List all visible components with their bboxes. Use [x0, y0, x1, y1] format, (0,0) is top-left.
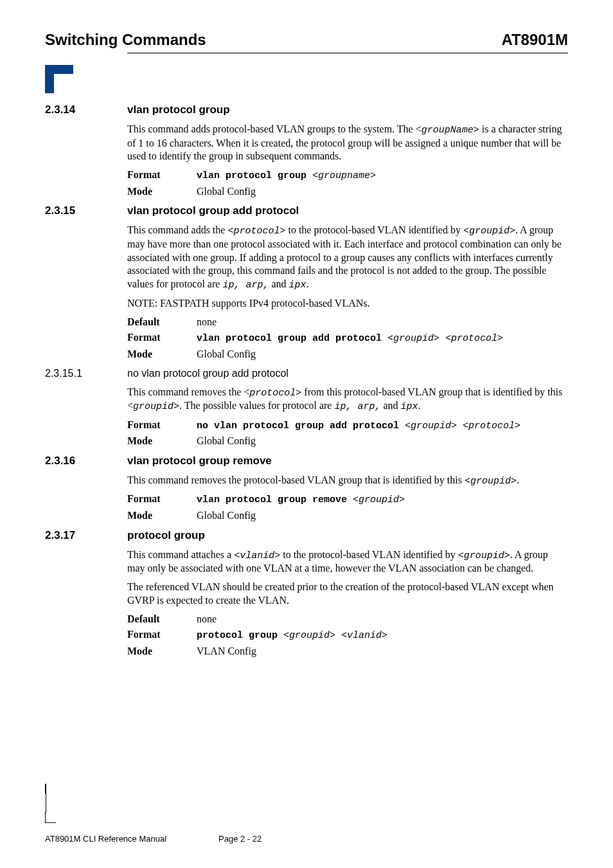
paragraph: The referenced VLAN should be created pr… — [127, 581, 568, 608]
field-value: no vlan protocol group add protocol <gro… — [197, 419, 568, 433]
field-row: ModeVLAN Config — [127, 645, 568, 658]
field-row: Formatno vlan protocol group add protoco… — [127, 419, 568, 433]
field-value: Global Config — [197, 509, 568, 523]
field-row: Defaultnone — [127, 316, 568, 329]
field-value: none — [197, 613, 568, 626]
field-value: VLAN Config — [197, 645, 568, 658]
field-label: Format — [127, 331, 197, 345]
field-label: Format — [127, 419, 197, 433]
section-body: This command removes the protocol-based … — [127, 474, 568, 523]
section-heading: 2.3.15vlan protocol group add protocol — [45, 204, 568, 217]
section-title: vlan protocol group remove — [127, 455, 272, 467]
section-heading: 2.3.17protocol group — [45, 529, 568, 542]
field-label: Format — [127, 628, 197, 642]
section-title: protocol group — [127, 529, 205, 542]
section-heading: 2.3.16vlan protocol group remove — [45, 455, 568, 467]
footer-left: AT8901M CLI Reference Manual — [45, 834, 218, 844]
field-row: Formatvlan protocol group <groupname> — [127, 168, 568, 183]
paragraph: This command adds protocol-based VLAN gr… — [127, 123, 568, 163]
field-label: Format — [127, 493, 197, 507]
section-heading: 2.3.15.1no vlan protocol group add proto… — [45, 368, 568, 379]
field-row: Formatvlan protocol group add protocol <… — [127, 331, 568, 345]
section-title: vlan protocol group add protocol — [127, 204, 299, 217]
svg-rect-0 — [45, 65, 73, 74]
paragraph: This command removes the protocol-based … — [127, 474, 568, 488]
note: NOTE: FASTPATH supports IPv4 protocol-ba… — [127, 297, 568, 311]
page-content: 2.3.14vlan protocol groupThis command ad… — [45, 104, 568, 658]
section-title: no vlan protocol group add protocol — [127, 368, 289, 379]
field-value: Global Config — [197, 348, 568, 361]
paragraph: This command attaches a <vlanid> to the … — [127, 548, 568, 575]
section-number: 2.3.17 — [45, 529, 127, 542]
field-value: Global Config — [197, 435, 568, 448]
crop-mark — [45, 812, 56, 823]
field-label: Mode — [127, 645, 197, 658]
crop-mark — [45, 784, 56, 794]
section-body: This command attaches a <vlanid> to the … — [127, 548, 568, 658]
section-number: 2.3.15 — [45, 204, 127, 217]
section-body: This command adds protocol-based VLAN gr… — [127, 123, 568, 198]
svg-rect-1 — [45, 74, 54, 93]
field-value: protocol group <groupid> <vlanid> — [197, 628, 568, 642]
section-number: 2.3.16 — [45, 455, 127, 467]
header-right: AT8901M — [501, 31, 568, 49]
footer-right: Page 2 - 22 — [218, 834, 262, 844]
field-label: Mode — [127, 435, 197, 448]
field-value: none — [197, 316, 568, 329]
field-row: Defaultnone — [127, 613, 568, 626]
field-label: Mode — [127, 509, 197, 523]
section-number: 2.3.15.1 — [45, 368, 127, 379]
field-value: vlan protocol group add protocol <groupi… — [197, 331, 568, 345]
paragraph: This command removes the <protocol> from… — [127, 386, 568, 413]
footer: AT8901M CLI Reference Manual Page 2 - 22 — [45, 834, 262, 844]
field-row: Formatvlan protocol group remove <groupi… — [127, 493, 568, 507]
field-label: Format — [127, 168, 197, 183]
header-rule — [127, 53, 568, 53]
field-row: ModeGlobal Config — [127, 185, 568, 199]
field-row: ModeGlobal Config — [127, 435, 568, 448]
section-number: 2.3.14 — [45, 104, 127, 116]
section-body: This command adds the <protocol> to the … — [127, 224, 568, 361]
field-row: ModeGlobal Config — [127, 348, 568, 361]
header-left: Switching Commands — [45, 31, 206, 49]
field-value: vlan protocol group <groupname> — [197, 168, 568, 183]
field-value: Global Config — [197, 185, 568, 199]
field-label: Mode — [127, 185, 197, 199]
field-label: Default — [127, 316, 197, 329]
field-value: vlan protocol group remove <groupid> — [197, 493, 568, 507]
vendor-logo — [45, 65, 568, 93]
field-row: ModeGlobal Config — [127, 509, 568, 523]
section-body: This command removes the <protocol> from… — [127, 386, 568, 448]
section-heading: 2.3.14vlan protocol group — [45, 104, 568, 116]
paragraph: This command adds the <protocol> to the … — [127, 224, 568, 291]
field-label: Default — [127, 613, 197, 626]
field-row: Formatprotocol group <groupid> <vlanid> — [127, 628, 568, 642]
section-title: vlan protocol group — [127, 104, 230, 116]
field-label: Mode — [127, 348, 197, 361]
